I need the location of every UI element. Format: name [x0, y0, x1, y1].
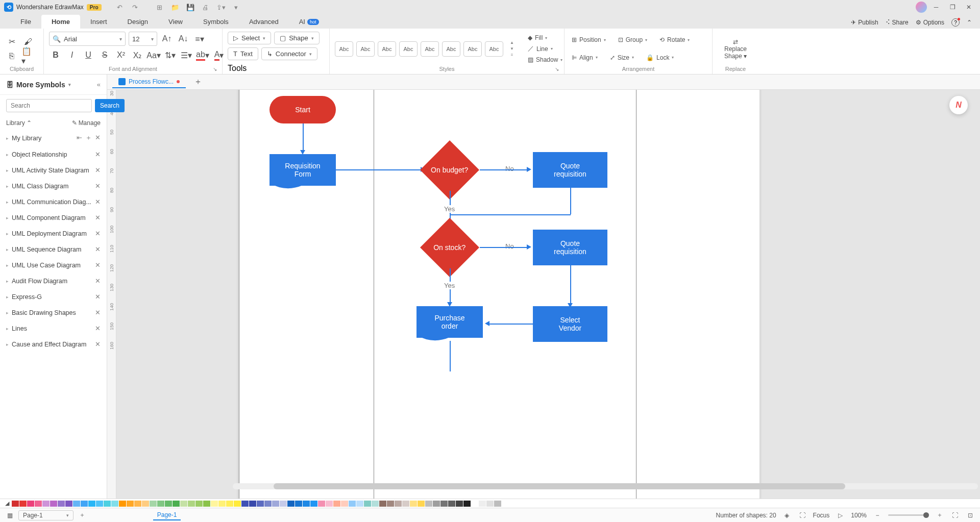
- case-button[interactable]: Aa▾: [147, 49, 160, 61]
- color-swatch[interactable]: [96, 501, 103, 507]
- shape-requisition[interactable]: Requisition Form: [270, 154, 336, 186]
- color-swatch[interactable]: [379, 501, 386, 507]
- cut-button[interactable]: ✂: [5, 36, 18, 48]
- tab-insert[interactable]: Insert: [80, 15, 117, 29]
- color-swatch[interactable]: [218, 501, 226, 507]
- font-size-select[interactable]: 12▾: [129, 32, 157, 46]
- line-spacing-button[interactable]: ⇅▾: [163, 49, 177, 61]
- font-family-select[interactable]: 🔍Arial▾: [49, 32, 126, 46]
- align-arrange-button[interactable]: ⊫ Align▾: [570, 53, 600, 62]
- color-swatch[interactable]: [486, 501, 494, 507]
- color-swatch[interactable]: [119, 501, 126, 507]
- library-item[interactable]: ▸Express-G✕: [0, 289, 107, 305]
- font-launcher[interactable]: ↘: [213, 66, 217, 72]
- color-swatch[interactable]: [104, 501, 111, 507]
- color-swatch[interactable]: [19, 501, 27, 507]
- close-icon[interactable]: ✕: [95, 277, 101, 285]
- shadow-button[interactable]: ▨ Shadow▾: [526, 55, 565, 64]
- decrease-font-button[interactable]: A↓: [177, 33, 190, 45]
- color-swatch[interactable]: [310, 501, 317, 507]
- color-swatch[interactable]: [402, 501, 409, 507]
- color-swatch[interactable]: [326, 501, 333, 507]
- color-swatch[interactable]: [280, 501, 287, 507]
- bold-button[interactable]: B: [49, 49, 62, 61]
- color-swatch[interactable]: [81, 501, 88, 507]
- connector[interactable]: [480, 169, 529, 170]
- color-swatch[interactable]: [264, 501, 272, 507]
- color-swatch[interactable]: [65, 501, 72, 507]
- color-swatch[interactable]: [494, 501, 501, 507]
- library-item[interactable]: ▸UML Communication Diag...✕: [0, 194, 107, 210]
- color-swatch[interactable]: [203, 501, 210, 507]
- color-swatch[interactable]: [42, 501, 50, 507]
- qat-more-button[interactable]: ▾: [230, 2, 242, 12]
- color-swatch[interactable]: [73, 501, 80, 507]
- strikethrough-button[interactable]: S: [98, 49, 111, 61]
- style-gallery[interactable]: AbcAbcAbcAbcAbcAbcAbcAbc: [335, 41, 503, 57]
- export-button[interactable]: ⇪▾: [215, 2, 227, 12]
- tab-design[interactable]: Design: [117, 15, 158, 29]
- library-item[interactable]: ▸Object Relationship✕: [0, 146, 107, 162]
- connector[interactable]: [570, 265, 571, 305]
- color-swatch[interactable]: [234, 501, 241, 507]
- color-swatch[interactable]: [395, 501, 402, 507]
- canvas[interactable]: Start Requisition Form On budget? No: [116, 84, 980, 499]
- shape-tool[interactable]: ▢ Shape ▾: [274, 32, 320, 44]
- page-layout-icon[interactable]: ▦: [5, 511, 14, 520]
- color-swatch[interactable]: [211, 501, 218, 507]
- style-scroll-down[interactable]: ▼: [508, 46, 516, 52]
- color-swatch[interactable]: [241, 501, 249, 507]
- focus-mode-icon[interactable]: ⛶: [798, 511, 807, 520]
- increase-font-button[interactable]: A↑: [160, 33, 174, 45]
- tab-ai[interactable]: AI hot: [289, 15, 329, 29]
- shape-purchase[interactable]: Purchase order: [416, 306, 483, 338]
- zoom-slider[interactable]: [888, 514, 929, 516]
- color-swatch[interactable]: [165, 501, 172, 507]
- color-swatch[interactable]: [410, 501, 417, 507]
- position-button[interactable]: ⊞ Position▾: [570, 35, 608, 44]
- color-swatch[interactable]: [433, 501, 440, 507]
- color-swatch[interactable]: [50, 501, 57, 507]
- color-swatch[interactable]: [188, 501, 195, 507]
- user-avatar[interactable]: [916, 2, 927, 13]
- style-swatch[interactable]: Abc: [442, 41, 460, 57]
- tab-advanced[interactable]: Advanced: [239, 15, 289, 29]
- publish-button[interactable]: ✈Publish: [851, 19, 878, 26]
- copy-button[interactable]: ⎘: [5, 50, 18, 62]
- color-swatch[interactable]: [318, 501, 325, 507]
- library-item[interactable]: ▸UML Class Diagram✕: [0, 178, 107, 194]
- close-button[interactable]: ✕: [962, 2, 976, 12]
- color-swatch[interactable]: [387, 501, 394, 507]
- ai-assistant-button[interactable]: N: [949, 96, 968, 114]
- style-scroll-up[interactable]: ▲: [508, 40, 516, 45]
- fit-page-button[interactable]: ⛶: [950, 511, 960, 520]
- collapse-ribbon-button[interactable]: ⌃: [967, 19, 972, 26]
- close-icon[interactable]: ✕: [95, 340, 101, 348]
- close-icon[interactable]: ✕: [95, 198, 101, 206]
- eyedropper-icon[interactable]: ◢: [3, 500, 11, 507]
- close-icon[interactable]: ✕: [95, 245, 101, 253]
- doc-tab-active[interactable]: Process Flowc...: [112, 76, 186, 88]
- close-icon[interactable]: ✕: [95, 134, 101, 142]
- options-button[interactable]: ⚙Options: [916, 19, 944, 26]
- library-item[interactable]: ▸Lines✕: [0, 320, 107, 336]
- library-item[interactable]: ▸UML Activity State Diagram✕: [0, 162, 107, 178]
- color-swatch[interactable]: [364, 501, 371, 507]
- color-swatch[interactable]: [341, 501, 348, 507]
- color-swatch[interactable]: [12, 501, 19, 507]
- library-item[interactable]: ▸UML Component Diagram✕: [0, 210, 107, 226]
- style-swatch[interactable]: Abc: [356, 41, 375, 57]
- style-swatch[interactable]: Abc: [335, 41, 353, 57]
- library-heading[interactable]: Library ⌃: [6, 119, 32, 127]
- color-swatch[interactable]: [303, 501, 310, 507]
- new-button[interactable]: ⊞: [154, 2, 166, 12]
- style-swatch[interactable]: Abc: [421, 41, 439, 57]
- connector[interactable]: [303, 123, 304, 152]
- library-item[interactable]: ▸UML Use Case Diagram✕: [0, 257, 107, 273]
- shape-start[interactable]: Start: [270, 96, 336, 123]
- connector[interactable]: [450, 341, 451, 371]
- fullscreen-button[interactable]: ⊡: [966, 511, 975, 520]
- color-swatch[interactable]: [226, 501, 233, 507]
- color-swatch[interactable]: [440, 501, 448, 507]
- group-button[interactable]: ⊡ Group▾: [616, 35, 649, 44]
